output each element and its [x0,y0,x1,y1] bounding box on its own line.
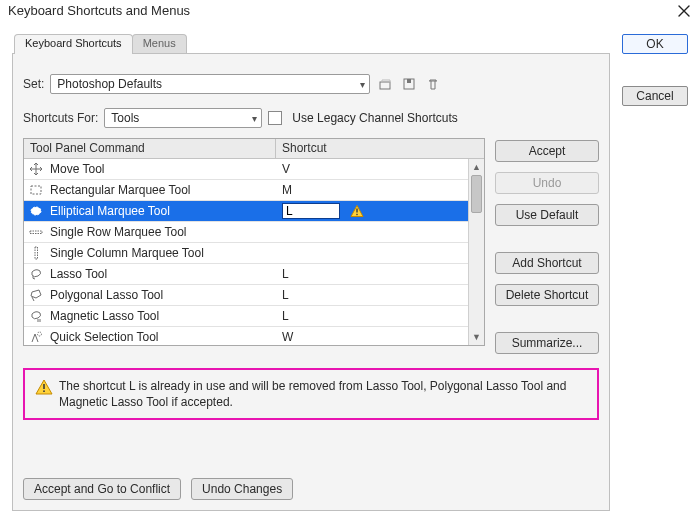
add-shortcut-button[interactable]: Add Shortcut [495,252,599,274]
use-default-button[interactable]: Use Default [495,204,599,226]
cancel-button[interactable]: Cancel [622,86,688,106]
ellipse-marquee-icon [28,203,44,219]
table-row[interactable]: Single Row Marquee Tool [24,222,468,243]
scroll-down-icon[interactable]: ▼ [469,329,484,345]
chevron-down-icon: ▾ [252,113,257,124]
svg-rect-8 [35,247,38,259]
delete-set-icon[interactable] [424,75,442,93]
shortcuts-for-select[interactable]: Tools ▾ [104,108,262,128]
accept-button[interactable]: Accept [495,140,599,162]
tool-name: Polygonal Lasso Tool [50,288,163,302]
quick-select-icon [28,329,44,345]
table-row[interactable]: Magnetic Lasso ToolL [24,306,468,327]
svg-rect-5 [356,209,357,213]
legacy-checkbox-label: Use Legacy Channel Shortcuts [292,111,457,125]
shortcut-value: L [282,288,289,302]
table-row[interactable]: Quick Selection ToolW [24,327,468,345]
svg-rect-7 [30,231,42,234]
shortcut-value: L [282,309,289,323]
ok-button[interactable]: OK [622,34,688,54]
shortcut-value: W [282,330,293,344]
warning-icon [35,378,49,392]
undo-changes-button[interactable]: Undo Changes [191,478,293,500]
new-set-icon[interactable] [376,75,394,93]
warning-icon [350,204,364,218]
scroll-up-icon[interactable]: ▲ [469,159,484,175]
tool-name: Quick Selection Tool [50,330,159,344]
lasso-icon [28,266,44,282]
scroll-thumb[interactable] [471,175,482,213]
shortcut-value: M [282,183,292,197]
close-button[interactable] [676,3,692,19]
table-header-shortcut[interactable]: Shortcut [276,139,484,158]
tool-name: Single Row Marquee Tool [50,225,187,239]
accept-and-go-to-conflict-button[interactable]: Accept and Go to Conflict [23,478,181,500]
undo-button: Undo [495,172,599,194]
table-row[interactable]: Rectangular Marquee ToolM [24,180,468,201]
svg-point-9 [38,332,42,336]
table-row[interactable]: Single Column Marquee Tool [24,243,468,264]
chevron-down-icon: ▾ [360,79,365,90]
svg-point-4 [31,207,41,215]
table-row[interactable]: Elliptical Marquee Tool [24,201,468,222]
poly-lasso-icon [28,287,44,303]
warning-message: The shortcut L is already in use and wil… [59,378,587,410]
shortcuts-for-label: Shortcuts For: [23,111,98,125]
table-row[interactable]: Polygonal Lasso ToolL [24,285,468,306]
col-marquee-icon [28,245,44,261]
row-marquee-icon [28,224,44,240]
svg-rect-6 [356,214,357,215]
delete-shortcut-button[interactable]: Delete Shortcut [495,284,599,306]
legacy-checkbox[interactable] [268,111,282,125]
mag-lasso-icon [28,308,44,324]
tab-menus[interactable]: Menus [132,34,187,54]
shortcuts-for-value: Tools [111,111,139,125]
svg-rect-11 [43,390,45,392]
table-row[interactable]: Lasso ToolL [24,264,468,285]
set-label: Set: [23,77,44,91]
main-panel: Set: Photoshop Defaults ▾ Shortcuts For:… [12,53,610,511]
table-row[interactable]: Move ToolV [24,159,468,180]
save-set-icon[interactable] [400,75,418,93]
shortcut-value: V [282,162,290,176]
svg-rect-2 [407,79,411,83]
tool-name: Magnetic Lasso Tool [50,309,159,323]
tool-name: Single Column Marquee Tool [50,246,204,260]
table-header-command[interactable]: Tool Panel Command [24,139,276,158]
shortcut-input[interactable] [282,203,340,219]
move-icon [28,161,44,177]
table-scrollbar[interactable]: ▲ ▼ [468,159,484,345]
conflict-warning: The shortcut L is already in use and wil… [23,368,599,420]
svg-rect-0 [380,82,390,89]
rect-marquee-icon [28,182,44,198]
tool-name: Rectangular Marquee Tool [50,183,191,197]
tool-name: Move Tool [50,162,104,176]
shortcuts-table: Tool Panel Command Shortcut Move ToolVRe… [23,138,485,346]
shortcut-value: L [282,267,289,281]
tab-keyboard-shortcuts[interactable]: Keyboard Shortcuts [14,34,133,54]
set-select[interactable]: Photoshop Defaults ▾ [50,74,370,94]
svg-rect-3 [31,186,41,194]
tool-name: Elliptical Marquee Tool [50,204,170,218]
summarize-button[interactable]: Summarize... [495,332,599,354]
svg-rect-10 [43,384,45,389]
window-title: Keyboard Shortcuts and Menus [8,3,190,18]
tool-name: Lasso Tool [50,267,107,281]
set-select-value: Photoshop Defaults [57,77,162,91]
